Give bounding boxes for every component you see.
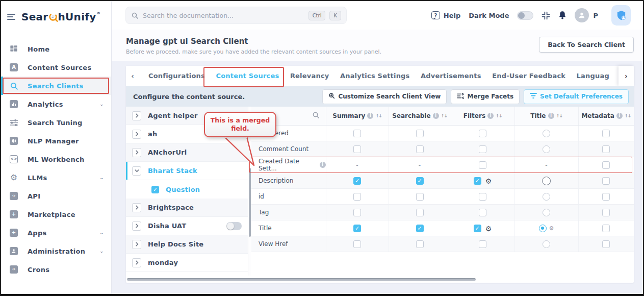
gear-icon[interactable]: ⚙ [485, 177, 492, 185]
checkbox-checked[interactable]: ✓ [416, 225, 424, 232]
search-input[interactable] [143, 12, 304, 19]
checkbox[interactable]: ✓ [151, 186, 159, 193]
notifications-bell-icon[interactable] [558, 11, 566, 20]
sidebar-item-content-sources[interactable]: AContent Sources [1, 58, 111, 77]
sort-icon[interactable]: ↑↓ [556, 113, 562, 118]
chevron-right-icon[interactable] [132, 148, 141, 157]
checkbox[interactable] [479, 209, 486, 216]
checkbox[interactable] [602, 130, 610, 137]
checkbox-checked[interactable]: ✓ [353, 177, 361, 185]
back-to-search-client-button[interactable]: Back To Search Client [539, 37, 634, 53]
sidebar-item-apps[interactable]: +Apps⌄ [1, 224, 111, 242]
checkbox[interactable] [479, 161, 486, 169]
source-item-brightspace[interactable]: Brightspace [126, 199, 248, 217]
merge-facets-button[interactable]: Merge Facets [451, 89, 520, 104]
radio-button[interactable] [543, 209, 550, 216]
checkbox[interactable] [416, 193, 424, 201]
tab-configurations[interactable]: Configurations [148, 72, 205, 80]
source-item-help-docs-site[interactable]: Help Docs Site [126, 235, 248, 254]
sidebar-item-api[interactable]: ‹›API [1, 187, 111, 205]
documentation-search[interactable]: Ctrl K [125, 7, 347, 24]
tabs-scroll-left-icon[interactable]: ‹ [126, 66, 139, 86]
radio-button[interactable] [543, 193, 550, 201]
checkbox-checked[interactable]: ✓ [353, 225, 361, 232]
tab-analytics-settings[interactable]: Analytics Settings [340, 72, 410, 80]
chevron-right-icon[interactable] [132, 221, 141, 231]
field-search-icon[interactable] [312, 111, 320, 120]
radio-button-selected[interactable] [539, 225, 547, 232]
checkbox[interactable] [479, 130, 486, 137]
checkbox[interactable] [479, 240, 486, 248]
tab-advertisements[interactable]: Advertisements [421, 72, 481, 80]
source-item-monday[interactable]: monday [126, 254, 248, 272]
table-horizontal-scrollbar[interactable] [126, 276, 634, 283]
chevron-down-icon[interactable] [132, 166, 141, 176]
chevron-right-icon[interactable] [132, 111, 141, 120]
gear-icon[interactable]: ⚙ [485, 225, 492, 233]
source-toggle[interactable] [226, 222, 242, 230]
tab-relevancy[interactable]: Relevancy [290, 72, 329, 80]
chevron-right-icon[interactable] [132, 203, 141, 212]
sidebar-item-administration[interactable]: Administration⌄ [1, 242, 111, 260]
customize-search-client-view-button[interactable]: Customize Search Client View [322, 89, 447, 104]
checkbox[interactable] [416, 240, 424, 248]
radio-button[interactable] [543, 130, 550, 137]
checkbox[interactable] [416, 130, 424, 137]
chevron-right-icon[interactable] [132, 240, 141, 249]
checkbox[interactable] [602, 209, 610, 216]
sidebar-item-llms[interactable]: ⚙LLMs⌄ [1, 168, 111, 187]
tab-content-sources[interactable]: Content Sources [216, 72, 279, 80]
set-default-preferences-button[interactable]: Set Default Preferences [524, 89, 629, 104]
dark-mode-toggle[interactable] [517, 11, 533, 20]
sidebar-item-nlp-manager[interactable]: NLP Manager [1, 132, 111, 150]
checkbox[interactable] [353, 209, 361, 216]
sort-icon[interactable]: ↑↓ [496, 113, 502, 118]
checkbox[interactable] [353, 193, 361, 201]
radio-button[interactable] [542, 177, 551, 185]
hamburger-menu-icon[interactable] [7, 14, 15, 20]
sort-icon[interactable]: ↑↓ [375, 113, 381, 118]
assistant-shield-icon[interactable] [611, 5, 631, 26]
radio-button[interactable] [543, 145, 550, 153]
source-child-question[interactable]: ✓Question [126, 180, 248, 199]
info-icon[interactable]: i [367, 113, 373, 119]
sidebar-item-crons[interactable]: ‹›Crons [1, 260, 111, 279]
checkbox[interactable] [602, 145, 610, 153]
radio-button[interactable] [543, 240, 550, 248]
sidebar-item-home[interactable]: Home [1, 40, 111, 58]
tabs-scroll-right-icon[interactable]: › [619, 66, 634, 86]
checkbox[interactable] [479, 193, 486, 201]
checkbox[interactable] [602, 240, 610, 248]
chevron-right-icon[interactable] [132, 258, 141, 267]
checkbox-checked[interactable]: ✓ [474, 177, 481, 185]
user-avatar[interactable] [575, 8, 589, 22]
tab-languag[interactable]: Languag [577, 72, 609, 80]
checkbox-checked[interactable]: ✓ [474, 225, 481, 232]
checkbox-checked[interactable]: ✓ [416, 177, 424, 185]
info-icon[interactable]: i [433, 113, 439, 119]
sidebar-item-ml-workbench[interactable]: <>ML Workbench [1, 150, 111, 168]
gear-icon[interactable]: ⚙ [549, 225, 554, 232]
sidebar-item-search-clients[interactable]: Search Clients [1, 77, 111, 95]
checkbox[interactable] [602, 161, 610, 169]
info-icon[interactable]: i [616, 113, 623, 119]
checkbox[interactable] [353, 240, 361, 248]
source-item-disha-uat[interactable]: Disha UAT [126, 217, 248, 235]
info-icon[interactable]: i [548, 113, 554, 119]
checkbox[interactable] [353, 145, 361, 153]
checkbox[interactable] [602, 193, 610, 201]
sort-icon[interactable]: ↑↓ [441, 113, 447, 118]
checkbox[interactable] [353, 130, 361, 137]
chevron-right-icon[interactable] [132, 130, 141, 139]
tab-end-user-feedback[interactable]: End-User Feedback [492, 72, 565, 80]
sidebar-item-analytics[interactable]: Analytics⌄ [1, 95, 111, 113]
help-button[interactable]: ? Help [431, 11, 460, 19]
info-icon[interactable]: i [487, 113, 494, 119]
info-icon[interactable]: i [320, 162, 326, 168]
sidebar-item-search-tuning[interactable]: Search Tuning [1, 113, 111, 132]
sort-icon[interactable]: ↑↓ [625, 113, 631, 118]
checkbox[interactable] [602, 225, 610, 232]
checkbox[interactable] [416, 209, 424, 216]
checkbox[interactable] [479, 145, 486, 153]
collapse-arrows-icon[interactable] [542, 11, 550, 20]
